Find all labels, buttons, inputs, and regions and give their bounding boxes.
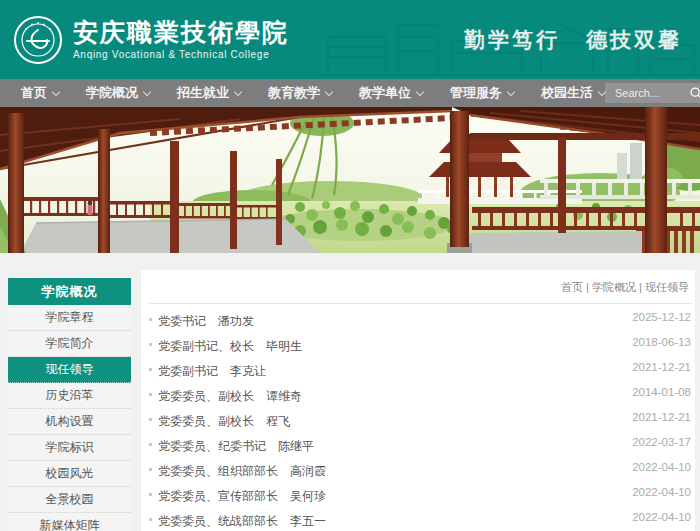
leader-title-link[interactable]: 党委副书记 李克让 [158, 363, 632, 380]
sidebar-item-label: 学院简介 [46, 335, 94, 352]
publish-date: 2021-12-21 [632, 411, 692, 423]
leader-title-link[interactable]: 党委书记 潘功发 [158, 313, 632, 330]
sidebar-title: 学院概况 [8, 278, 131, 305]
sidebar-item[interactable]: 学院章程 [8, 305, 131, 331]
leader-title-link[interactable]: 党委委员、宣传部部长 吴何珍 [158, 488, 632, 505]
publish-date: 2022-04-10 [632, 511, 692, 523]
college-name-zh: 安庆職業技術學院 [73, 19, 289, 47]
chevron-down-icon [325, 87, 333, 95]
nav-menu: 首页 学院概况 招生就业 教育教学 教学单位 [0, 84, 605, 102]
sidebar-item[interactable]: 学院简介 [8, 331, 131, 357]
leader-title-link[interactable]: 党委委员、副校长 谭维奇 [158, 388, 632, 405]
leader-title-link[interactable]: 党委副书记、校长 毕明生 [158, 338, 632, 355]
nav-item[interactable]: 招生就业 [177, 84, 241, 102]
chevron-down-icon [507, 87, 515, 95]
list-item: 党委委员、统战部部长 李五一 2022-04-10 [149, 509, 692, 531]
sidebar-item-label: 历史沿革 [46, 387, 94, 404]
publish-date: 2018-06-13 [632, 336, 692, 348]
sidebar-item-label: 机构设置 [46, 413, 94, 430]
motto-left: 勤学笃行 [464, 26, 560, 54]
list-bullet-icon [149, 368, 152, 371]
sidebar-item[interactable]: 校园风光 [8, 461, 131, 487]
nav-item[interactable]: 教学单位 [359, 84, 423, 102]
sidebar-item[interactable]: 历史沿革 [8, 383, 131, 409]
sidebar-item-label: 新媒体矩阵 [40, 517, 100, 531]
sidebar-item[interactable]: 学院标识 [8, 435, 131, 461]
list-bullet-icon [149, 343, 152, 346]
school-motto: 勤学笃行 德技双馨 [464, 26, 682, 54]
list-item: 党委委员、纪委书记 陈继平 2022-03-17 [149, 434, 692, 459]
publish-date: 2022-04-10 [632, 461, 692, 473]
page-body: 学院概况 学院章程 学院简介 现任领导 历史沿革 [0, 253, 700, 531]
leader-title-link[interactable]: 党委委员、纪委书记 陈继平 [158, 438, 632, 455]
sidebar-menu: 学院章程 学院简介 现任领导 历史沿革 机构设置 [8, 305, 131, 531]
sidebar-item[interactable]: 机构设置 [8, 409, 131, 435]
search-input[interactable] [613, 86, 689, 100]
nav-item-label: 教育教学 [268, 84, 320, 102]
sidebar-item[interactable]: 全景校园 [8, 487, 131, 513]
college-logo-icon [13, 15, 63, 65]
list-bullet-icon [149, 418, 152, 421]
leader-title-link[interactable]: 党委委员、统战部部长 李五一 [158, 513, 632, 530]
list-item: 党委副书记、校长 毕明生 2018-06-13 [149, 334, 692, 359]
list-item: 党委委员、副校长 谭维奇 2014-01-08 [149, 384, 692, 409]
publish-date: 2021-12-21 [632, 361, 692, 373]
nav-item[interactable]: 管理服务 [450, 84, 514, 102]
nav-item-label: 教学单位 [359, 84, 411, 102]
nav-item-label: 管理服务 [450, 84, 502, 102]
list-bullet-icon [149, 493, 152, 496]
chevron-down-icon [234, 87, 242, 95]
publish-date: 2014-01-08 [632, 386, 692, 398]
list-bullet-icon [149, 443, 152, 446]
publish-date: 2022-03-17 [632, 436, 692, 448]
nav-item[interactable]: 教育教学 [268, 84, 332, 102]
nav-item[interactable]: 学院概况 [86, 84, 150, 102]
site-header: 安庆職業技術學院 Anqing Vocational & Technical C… [0, 0, 700, 79]
chevron-down-icon [52, 87, 60, 95]
list-bullet-icon [149, 393, 152, 396]
campus-banner-image [0, 107, 700, 253]
leader-list: 党委书记 潘功发 2025-12-12 党委副书记、校长 毕明生 2018-06… [149, 304, 692, 531]
sidebar-item[interactable]: 现任领导 [8, 357, 131, 383]
leader-title-link[interactable]: 党委委员、副校长 程飞 [158, 413, 632, 430]
breadcrumb[interactable]: 首页 | 学院概况 | 现任领导 [149, 278, 692, 303]
nav-item-label: 招生就业 [177, 84, 229, 102]
search-icon[interactable] [689, 86, 700, 100]
sidebar-item-label: 现任领导 [46, 361, 94, 378]
publish-date: 2025-12-12 [632, 311, 692, 323]
chevron-down-icon [143, 87, 151, 95]
college-name-en: Anqing Vocational & Technical College [73, 49, 289, 60]
list-bullet-icon [149, 318, 152, 321]
list-item: 党委委员、副校长 程飞 2021-12-21 [149, 409, 692, 434]
publish-date: 2022-04-10 [632, 486, 692, 498]
nav-item-label: 学院概况 [86, 84, 138, 102]
sidebar-item-label: 学院标识 [46, 439, 94, 456]
nav-item-label: 校园生活 [541, 84, 593, 102]
nav-item-label: 首页 [21, 84, 47, 102]
sidebar-item-label: 校园风光 [46, 465, 94, 482]
motto-right: 德技双馨 [586, 26, 682, 54]
sidebar-item-label: 全景校园 [46, 491, 94, 508]
content-panel: 首页 | 学院概况 | 现任领导 党委书记 潘功发 2025-12-12 党委副… [141, 270, 695, 531]
college-name-block: 安庆職業技術學院 Anqing Vocational & Technical C… [73, 19, 289, 61]
college-logo[interactable]: 安庆職業技術學院 Anqing Vocational & Technical C… [13, 15, 289, 65]
list-item: 党委副书记 李克让 2021-12-21 [149, 359, 692, 384]
list-item: 党委委员、组织部部长 高润霞 2022-04-10 [149, 459, 692, 484]
nav-item[interactable]: 校园生活 [541, 84, 605, 102]
leader-title-link[interactable]: 党委委员、组织部部长 高润霞 [158, 463, 632, 480]
chevron-down-icon [416, 87, 424, 95]
list-item: 党委委员、宣传部部长 吴何珍 2022-04-10 [149, 484, 692, 509]
list-bullet-icon [149, 518, 152, 521]
nav-item[interactable]: 首页 [21, 84, 59, 102]
main-nav: 首页 学院概况 招生就业 教育教学 教学单位 [0, 79, 700, 107]
search-box [605, 83, 700, 103]
list-bullet-icon [149, 468, 152, 471]
sidebar-item-label: 学院章程 [46, 309, 94, 326]
list-item: 党委书记 潘功发 2025-12-12 [149, 309, 692, 334]
sidebar: 学院概况 学院章程 学院简介 现任领导 历史沿革 [8, 278, 131, 531]
sidebar-item[interactable]: 新媒体矩阵 [8, 513, 131, 531]
